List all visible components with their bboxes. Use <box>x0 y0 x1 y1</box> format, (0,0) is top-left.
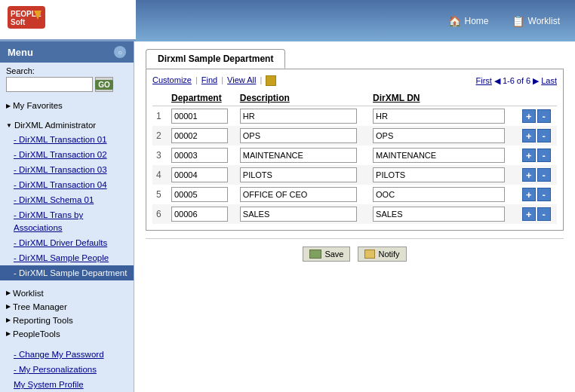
desc-input-1[interactable] <box>240 109 357 124</box>
sidebar-reporting-label: Reporting Tools <box>13 316 73 325</box>
table-row: 3 + - <box>152 145 557 165</box>
dn-input-1[interactable] <box>373 109 505 124</box>
row-desc-1 <box>236 106 369 127</box>
sidebar-treemanager-header[interactable]: ▶ Tree Manager <box>0 300 134 314</box>
data-table: Department Description DirXML DN <box>152 90 557 224</box>
row-actions-2: + - <box>518 126 557 145</box>
search-input[interactable] <box>6 77 93 92</box>
customize-link[interactable]: Customize <box>152 75 192 86</box>
sidebar-collapse-icon[interactable]: ○ <box>114 46 126 58</box>
notify-icon <box>364 250 375 259</box>
sidebar-worklist-header[interactable]: ▶ Worklist <box>0 286 134 300</box>
sidebar-item-mypersonalizations-label: - My Personalizations <box>14 365 97 374</box>
save-button-label: Save <box>324 250 343 259</box>
dn-input-5[interactable] <box>373 187 505 202</box>
desc-input-2[interactable] <box>240 128 357 143</box>
grid-icon[interactable] <box>266 75 276 86</box>
col-desc-header: Description <box>236 90 369 106</box>
remove-row-button-1[interactable]: - <box>537 109 551 123</box>
search-go-label: GO <box>95 80 113 90</box>
dn-input-2[interactable] <box>373 128 505 143</box>
home-icon: 🏠 <box>448 15 461 27</box>
separator3: | <box>260 75 262 86</box>
sidebar-item-schema01[interactable]: - DirXML Schema 01 <box>0 192 134 207</box>
sidebar-item-tx02[interactable]: - DirXML Transaction 02 <box>0 147 134 162</box>
find-link[interactable]: Find <box>201 75 217 86</box>
sidebar-item-samplepeople[interactable]: - DirXML Sample People <box>0 250 134 265</box>
search-go-button[interactable]: GO <box>95 77 113 92</box>
home-nav-item[interactable]: 🏠 Home <box>448 15 489 27</box>
row-dn-4 <box>369 165 518 185</box>
sidebar-item-sampledept-label: - DirXML Sample Department <box>14 268 127 277</box>
add-row-button-2[interactable]: + <box>522 129 536 142</box>
col-dept-header: Department <box>168 90 236 106</box>
desc-input-4[interactable] <box>240 167 357 182</box>
remove-row-button-5[interactable]: - <box>537 188 551 201</box>
tab-sampledept[interactable]: Dirxml Sample Department <box>146 49 285 69</box>
sidebar-item-tx02-label: - DirXML Transaction 02 <box>14 150 107 159</box>
add-row-button-4[interactable]: + <box>522 168 536 182</box>
dn-input-6[interactable] <box>373 207 505 222</box>
dept-input-3[interactable] <box>171 148 228 163</box>
sidebar-reporting-header[interactable]: ▶ Reporting Tools <box>0 314 134 327</box>
desc-input-3[interactable] <box>240 148 357 163</box>
desc-input-5[interactable] <box>240 187 357 202</box>
sidebar-favorites-label: My Favorites <box>13 101 63 110</box>
dept-input-6[interactable] <box>171 207 228 222</box>
row-num-1: 1 <box>152 106 168 127</box>
content-area: Dirxml Sample Department Customize | Fin… <box>134 41 575 392</box>
row-dn-5 <box>369 185 518 204</box>
add-row-button-3[interactable]: + <box>522 149 536 162</box>
sidebar-item-transassoc[interactable]: - DirXML Trans by Associations <box>0 207 134 234</box>
prev-icon[interactable]: ◀ <box>494 76 500 86</box>
row-dn-6 <box>369 204 518 224</box>
header-nav: 🏠 Home 📋 Worklist <box>136 0 575 41</box>
sidebar-favorites-header[interactable]: ▶ My Favorites <box>0 99 134 112</box>
notify-button[interactable]: Notify <box>358 247 406 262</box>
dept-input-5[interactable] <box>171 187 228 202</box>
remove-row-button-6[interactable]: - <box>537 207 551 221</box>
sidebar-item-changepassword[interactable]: - Change My Password <box>0 347 134 362</box>
dept-input-1[interactable] <box>171 109 228 124</box>
dn-input-4[interactable] <box>373 167 505 182</box>
remove-row-button-2[interactable]: - <box>537 129 551 142</box>
row-dept-2 <box>168 126 236 145</box>
add-row-button-5[interactable]: + <box>522 188 536 201</box>
table-row: 2 + - <box>152 126 557 145</box>
add-row-button-1[interactable]: + <box>522 109 536 123</box>
sidebar-admin-header[interactable]: ▼ DirXML Administrator <box>0 118 134 132</box>
sidebar-worklist-section: ▶ Worklist ▶ Tree Manager ▶ Reporting To… <box>0 283 134 344</box>
desc-input-6[interactable] <box>240 207 357 222</box>
first-link[interactable]: First <box>476 76 492 85</box>
sidebar-item-sampledept[interactable]: - DirXML Sample Department <box>0 265 134 280</box>
sidebar-item-tx01[interactable]: - DirXML Transaction 01 <box>0 132 134 147</box>
sidebar-item-mysystemprofile[interactable]: My System Profile <box>0 377 134 392</box>
worklist-icon: 📋 <box>512 15 524 27</box>
row-desc-2 <box>236 126 369 145</box>
sidebar-item-tx04[interactable]: - DirXML Transaction 04 <box>0 177 134 192</box>
save-button[interactable]: Save <box>303 247 350 262</box>
remove-row-button-4[interactable]: - <box>537 168 551 182</box>
row-actions-6: + - <box>518 204 557 224</box>
sidebar-item-changepassword-label: - Change My Password <box>14 350 104 359</box>
favorites-expand-icon: ▶ <box>6 103 11 109</box>
table-controls-links: Customize | Find | View All | <box>152 75 276 86</box>
row-desc-3 <box>236 145 369 165</box>
last-link[interactable]: Last <box>541 76 557 85</box>
remove-row-button-3[interactable]: - <box>537 149 551 162</box>
add-row-button-6[interactable]: + <box>522 207 536 221</box>
dept-input-4[interactable] <box>171 167 228 182</box>
view-all-link[interactable]: View All <box>227 75 256 86</box>
sidebar-treemanager-label: Tree Manager <box>13 302 67 311</box>
worklist-nav-item[interactable]: 📋 Worklist <box>512 15 560 27</box>
dn-input-3[interactable] <box>373 148 505 163</box>
row-num-2: 2 <box>152 126 168 145</box>
sidebar-peopletools-header[interactable]: ▶ PeopleTools <box>0 327 134 341</box>
sidebar-item-mypersonalizations[interactable]: - My Personalizations <box>0 362 134 377</box>
sidebar-item-tx03[interactable]: - DirXML Transaction 03 <box>0 162 134 177</box>
next-icon[interactable]: ▶ <box>533 76 539 86</box>
tab-row: Dirxml Sample Department <box>146 49 564 69</box>
dept-input-2[interactable] <box>171 128 228 143</box>
row-desc-4 <box>236 165 369 185</box>
sidebar-item-driverdefaults[interactable]: - DirXML Driver Defaults <box>0 235 134 250</box>
